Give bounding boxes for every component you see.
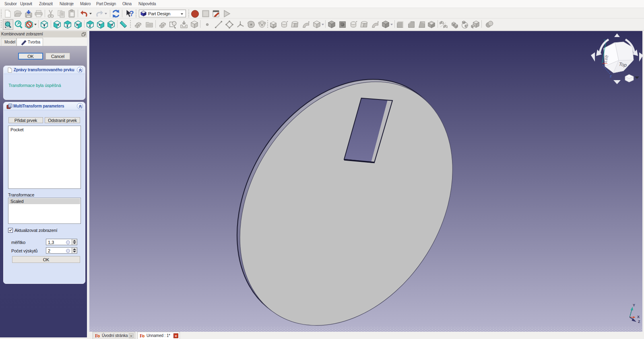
svg-text:F: F bbox=[140, 333, 142, 338]
svg-text:Y: Y bbox=[604, 39, 606, 42]
svg-text:Z: Z bbox=[638, 320, 640, 324]
svg-text:Y: Y bbox=[633, 303, 635, 307]
svg-text:Z: Z bbox=[610, 74, 612, 78]
svg-text:X: X bbox=[637, 315, 640, 319]
svg-text:F: F bbox=[95, 333, 98, 338]
